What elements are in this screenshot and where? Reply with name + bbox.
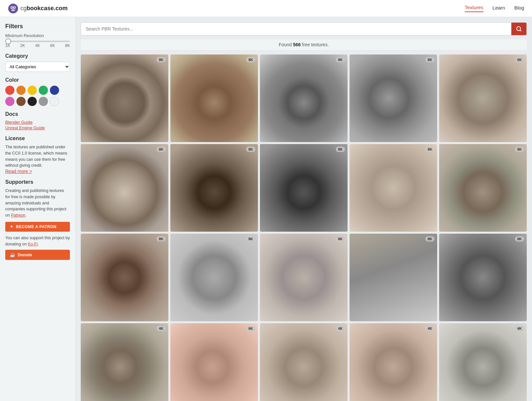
search-button[interactable] — [511, 23, 526, 35]
color-gray[interactable] — [39, 97, 48, 106]
resolution-badge: 8K — [515, 236, 524, 242]
texture-thumbnail — [170, 54, 258, 142]
supporters-text: Creating and publishing textures for fre… — [5, 188, 70, 219]
texture-image — [439, 144, 527, 232]
color-orange[interactable] — [16, 86, 26, 95]
become-patron-button[interactable]: ✦ BECOME A PATRON — [5, 222, 70, 232]
texture-card[interactable]: 8K — [260, 234, 348, 321]
resolution-badge: 8K — [246, 147, 255, 152]
texture-card[interactable]: 4K — [439, 323, 527, 401]
results-info: Found 566 free textures. — [81, 39, 527, 50]
slider-thumb[interactable] — [5, 38, 11, 44]
texture-card[interactable]: 8K — [350, 234, 437, 321]
texture-card[interactable]: 8K — [81, 54, 168, 142]
texture-thumbnail — [260, 234, 348, 321]
resolution-slider-container: 1K 2K 4K 6K 8K — [5, 41, 70, 48]
texture-image — [81, 54, 168, 142]
texture-thumbnail — [260, 144, 348, 232]
donate-button[interactable]: ☕ Donate — [5, 250, 70, 260]
texture-image — [260, 54, 348, 142]
logo-text: cgbookcase.com — [20, 5, 68, 12]
slider-labels: 1K 2K 4K 6K 8K — [5, 43, 70, 48]
patreon-icon: ✦ — [10, 224, 13, 229]
svg-point-4 — [14, 7, 15, 8]
color-yellow[interactable] — [28, 86, 37, 95]
nav-textures[interactable]: Textures — [465, 5, 483, 12]
kofi-text: You can also support this project by don… — [5, 235, 70, 247]
svg-point-3 — [11, 7, 12, 8]
texture-card[interactable]: 8K — [170, 54, 258, 142]
texture-card[interactable]: 8K — [260, 54, 348, 142]
filters-heading: Filters — [5, 23, 70, 30]
texture-card[interactable]: 8K — [439, 234, 527, 321]
resolution-badge: 8K — [425, 236, 435, 242]
texture-image — [81, 144, 168, 232]
texture-card[interactable]: 6K — [439, 54, 527, 142]
resolution-badge: 8K — [425, 147, 435, 152]
texture-image — [350, 144, 437, 232]
slider-track[interactable] — [5, 41, 70, 42]
supporters-heading: Supporters — [5, 179, 70, 185]
texture-image — [439, 234, 527, 321]
texture-card[interactable]: 8K — [350, 54, 437, 142]
texture-card[interactable]: 8K — [260, 144, 348, 232]
color-blue[interactable] — [50, 86, 59, 95]
color-label: Color — [5, 77, 70, 83]
nav-blog[interactable]: Blog — [514, 5, 524, 12]
texture-thumbnail — [350, 144, 437, 232]
resolution-badge: 8K — [246, 57, 255, 62]
read-more-link[interactable]: Read more > — [5, 169, 32, 174]
texture-thumbnail — [81, 54, 168, 142]
color-green[interactable] — [39, 86, 48, 95]
color-red[interactable] — [5, 86, 14, 95]
search-bar — [81, 22, 527, 35]
kofi-link[interactable]: Ko-Fi — [28, 242, 38, 246]
nav-learn[interactable]: Learn — [493, 5, 505, 12]
texture-card[interactable]: 8K — [170, 144, 258, 232]
color-brown[interactable] — [16, 97, 26, 106]
main-content: Found 566 free textures. 8K8K8K8K6K8K8K8… — [75, 17, 532, 401]
texture-thumbnail — [260, 54, 348, 142]
texture-card[interactable]: 8K — [170, 234, 258, 321]
texture-card[interactable]: 6K — [170, 323, 258, 401]
resolution-badge: 8K — [425, 57, 435, 62]
texture-card[interactable]: 8K — [439, 144, 527, 232]
header: cgbookcase.com Textures Learn Blog — [0, 0, 532, 17]
color-pink[interactable] — [5, 97, 14, 106]
site-logo[interactable]: cgbookcase.com — [8, 3, 68, 14]
license-text: The textures are published under the CC0… — [5, 144, 70, 169]
color-white[interactable] — [50, 97, 59, 106]
resolution-badge: 4K — [157, 326, 166, 331]
category-select[interactable]: All Categories — [5, 62, 70, 72]
unreal-guide-link[interactable]: Unreal Engine Guide — [5, 125, 70, 130]
docs-heading: Docs — [5, 111, 70, 117]
texture-card[interactable]: 8K — [350, 144, 437, 232]
color-black[interactable] — [28, 97, 37, 106]
search-icon — [516, 26, 522, 32]
texture-thumbnail — [439, 234, 527, 321]
texture-image — [260, 144, 348, 232]
label-2k: 2K — [20, 43, 25, 48]
texture-card[interactable]: 4K — [350, 323, 437, 401]
patreon-inline-link[interactable]: Patreon — [11, 213, 25, 218]
label-4k: 4K — [35, 43, 40, 48]
texture-image — [170, 323, 258, 401]
resolution-badge: 8K — [157, 147, 166, 152]
texture-image — [170, 54, 258, 142]
texture-card[interactable]: 4K — [81, 323, 168, 401]
resolution-badge: 8K — [157, 57, 166, 62]
search-input[interactable] — [81, 23, 511, 35]
texture-thumbnail — [81, 323, 168, 401]
texture-thumbnail — [81, 234, 168, 321]
blender-guide-link[interactable]: Blender Guide — [5, 120, 70, 125]
texture-card[interactable]: 8K — [81, 234, 168, 321]
resolution-badge: 8K — [336, 57, 345, 62]
min-resolution-label: Minimum Resolution — [5, 33, 70, 38]
page-layout: Filters Minimum Resolution 1K 2K 4K 6K 8… — [0, 17, 532, 401]
texture-card[interactable]: 4K — [260, 323, 348, 401]
texture-card[interactable]: 8K — [81, 144, 168, 232]
resolution-badge: 8K — [246, 236, 255, 242]
texture-grid: 8K8K8K8K6K8K8K8K8K8K8K8K8K8K8K4K6K4K4K4K — [81, 54, 527, 401]
texture-image — [439, 323, 527, 401]
label-6k: 6K — [50, 43, 55, 48]
